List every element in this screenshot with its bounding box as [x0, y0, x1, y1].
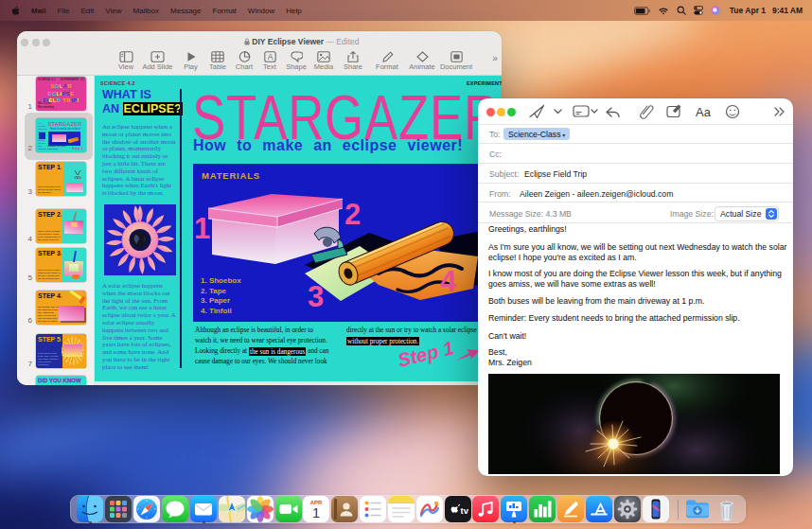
svg-text:APR: APR	[310, 500, 323, 505]
svg-text:tv: tv	[461, 505, 469, 516]
svg-text:1: 1	[312, 505, 320, 520]
